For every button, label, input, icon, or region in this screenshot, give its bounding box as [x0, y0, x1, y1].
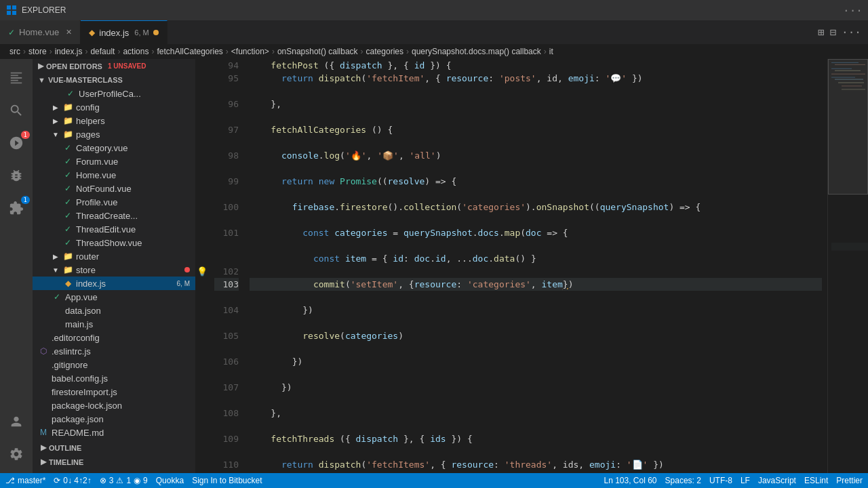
index-js-badge: 6, M	[177, 280, 190, 287]
breadcrumb-function[interactable]: <function>	[231, 47, 269, 56]
tab-index-js[interactable]: ◆ index.js 6, M	[81, 20, 167, 44]
tree-item-threadedit-vue[interactable]: ✓ ThreadEdit.vue	[33, 222, 195, 236]
folder-icon-store: 📁	[62, 264, 73, 275]
breadcrumb-actions[interactable]: actions	[123, 47, 149, 56]
tree-item-readme[interactable]: M README.md	[33, 426, 195, 439]
outline-section[interactable]: ▶ OUTLINE	[33, 439, 195, 453]
breadcrumb-src[interactable]: src	[9, 47, 20, 56]
status-encoding[interactable]: UTF-8	[709, 476, 732, 485]
breadcrumb-fetchAllCategories[interactable]: fetchAllCategories	[157, 47, 222, 56]
status-eslint[interactable]: ESLint	[804, 476, 828, 485]
folder-icon-router: 📁	[62, 251, 73, 262]
explorer-header[interactable]: ▼ VUE-MASTERCLASS	[33, 73, 195, 87]
vue-icon: ✓	[62, 237, 73, 248]
code-line-blank9	[250, 317, 822, 329]
activity-extensions[interactable]: 1	[0, 192, 33, 224]
npm-scripts-section[interactable]: ▶ NPM SCRIPTS	[33, 468, 195, 473]
status-prettier[interactable]: Prettier	[836, 476, 863, 485]
tree-item-package-json[interactable]: package.json	[33, 412, 195, 426]
activity-explorer[interactable]	[0, 62, 33, 94]
tree-item-userprofile[interactable]: ✓ UserProfileCa...	[33, 87, 195, 100]
tab-icon-home-vue: ✓	[8, 28, 15, 37]
status-language[interactable]: JavaScript	[758, 476, 796, 485]
tree-item-package-lock[interactable]: package-lock.json	[33, 399, 195, 412]
status-sync[interactable]: ⟳ 0↓ 4↑2↑	[54, 476, 91, 485]
main-area: 1 1 ▶ OPEN EDITORS 1 UNSAVED ▼ VUE-MASTE…	[0, 59, 868, 473]
activity-settings[interactable]	[0, 438, 33, 470]
tree-item-indexjs[interactable]: ◆ index.js 6, M	[33, 277, 195, 290]
tree-item-helpers[interactable]: ▶ 📁 helpers	[33, 114, 195, 127]
tree-item-notfound-vue[interactable]: ✓ NotFound.vue	[33, 182, 195, 195]
tab-home-vue[interactable]: ✓ Home.vue ✕	[0, 20, 81, 44]
activity-git[interactable]: 1	[0, 127, 33, 159]
tree-item-router[interactable]: ▶ 📁 router	[33, 249, 195, 263]
breadcrumb-indexjs[interactable]: index.js	[55, 47, 83, 56]
status-errors[interactable]: ⊗ 3 ⚠ 1 ◉ 9	[100, 476, 148, 485]
tree-item-threadcreate-vue[interactable]: ✓ ThreadCreate...	[33, 209, 195, 222]
svg-rect-0	[7, 5, 11, 9]
open-editors-chevron: ▶	[38, 62, 43, 70]
title-bar: EXPLORER ···	[0, 0, 868, 20]
svg-rect-1	[12, 5, 16, 9]
activity-bar: 1 1	[0, 59, 33, 473]
breadcrumb-it[interactable]: it	[549, 47, 553, 56]
status-bar: ⎇ master* ⟳ 0↓ 4↑2↑ ⊗ 3 ⚠ 1 ◉ 9 Quokka S…	[0, 473, 868, 488]
title-bar-menu[interactable]: ···	[843, 4, 863, 17]
tree-item-pages[interactable]: ▼ 📁 pages	[33, 127, 195, 141]
item-name: Home.vue	[76, 170, 116, 180]
gutter: 💡	[195, 59, 209, 473]
activity-search[interactable]	[0, 94, 33, 127]
tree-item-config[interactable]: ▶ 📁 config	[33, 100, 195, 114]
tree-item-category-vue[interactable]: ✓ Category.vue	[33, 141, 195, 155]
tree-item-forum-vue[interactable]: ✓ Forum.vue	[33, 155, 195, 168]
breadcrumb-categories[interactable]: categories	[366, 47, 403, 56]
status-spaces[interactable]: Spaces: 2	[665, 476, 701, 485]
vue-icon: ✓	[62, 197, 73, 207]
timeline-label: TIMELINE	[49, 458, 83, 466]
activity-debug[interactable]	[0, 159, 33, 192]
status-position[interactable]: Ln 103, Col 60	[604, 476, 656, 485]
svg-rect-15	[831, 243, 868, 251]
status-quokka[interactable]: Quokka	[156, 476, 184, 485]
tree-item-firestore-import[interactable]: firestoreImport.js	[33, 385, 195, 399]
tree-item-home-vue[interactable]: ✓ Home.vue	[33, 168, 195, 182]
code-line-106: })	[250, 355, 822, 368]
outline-label: OUTLINE	[49, 444, 81, 452]
activity-account[interactable]	[0, 405, 33, 438]
toggle-panel-btn[interactable]: ⊟	[829, 26, 836, 39]
open-editors-header[interactable]: ▶ OPEN EDITORS 1 UNSAVED	[33, 59, 195, 73]
breadcrumb-store[interactable]: store	[28, 47, 47, 56]
code-line-110: return dispatch('fetchItems', { resource…	[250, 458, 822, 471]
tree-item-gitignore[interactable]: .gitignore	[33, 358, 195, 371]
app-icon	[5, 4, 18, 16]
item-name: .gitignore	[52, 360, 87, 370]
tree-item-babel-config[interactable]: babel.config.js	[33, 371, 195, 385]
breadcrumb-docsmap[interactable]: querySnapshot.docs.map() callback	[412, 47, 541, 56]
item-name: ThreadCreate...	[76, 211, 138, 221]
split-editor-btn[interactable]: ⊞	[818, 26, 825, 39]
tree-item-data-json[interactable]: data.json	[33, 304, 195, 317]
tree-item-threadshow-vue[interactable]: ✓ ThreadShow.vue	[33, 236, 195, 249]
warning-icon: ⚠	[116, 476, 123, 485]
js-file-icon	[52, 319, 62, 329]
status-sign-in[interactable]: Sign In to Bitbucket	[192, 476, 262, 485]
code-line-109: fetchThreads ({ dispatch }, { ids }) {	[250, 432, 822, 445]
tree-item-editorconfig[interactable]: .editorconfig	[33, 331, 195, 344]
breadcrumb-onSnapshot[interactable]: onSnapshot() callback	[277, 47, 358, 56]
more-actions-btn[interactable]: ···	[842, 26, 861, 39]
code-line-blank5	[250, 188, 822, 201]
tab-close-home-vue[interactable]: ✕	[66, 28, 72, 37]
tree-item-store[interactable]: ▼ 📁 store	[33, 263, 195, 277]
breadcrumb-default[interactable]: default	[90, 47, 115, 56]
tree-item-main-js[interactable]: main.js	[33, 317, 195, 331]
tab-icon-index-js: ◆	[89, 28, 95, 37]
status-branch[interactable]: ⎇ master*	[5, 476, 45, 485]
tree-item-app-vue[interactable]: ✓ App.vue	[33, 290, 195, 304]
status-line-ending[interactable]: LF	[741, 476, 750, 485]
code-container[interactable]: 💡 94 95 96 97 98 99 100 101	[195, 59, 868, 473]
code-content[interactable]: fetchPost ({ dispatch }, { id }) { retur…	[244, 59, 827, 473]
tree-item-profile-vue[interactable]: ✓ Profile.vue	[33, 195, 195, 209]
code-line-99: return new Promise((resolve) => {	[250, 175, 822, 188]
timeline-section[interactable]: ▶ TIMELINE	[33, 453, 195, 468]
tree-item-eslintrc[interactable]: ⬡ .eslintrc.js	[33, 344, 195, 358]
